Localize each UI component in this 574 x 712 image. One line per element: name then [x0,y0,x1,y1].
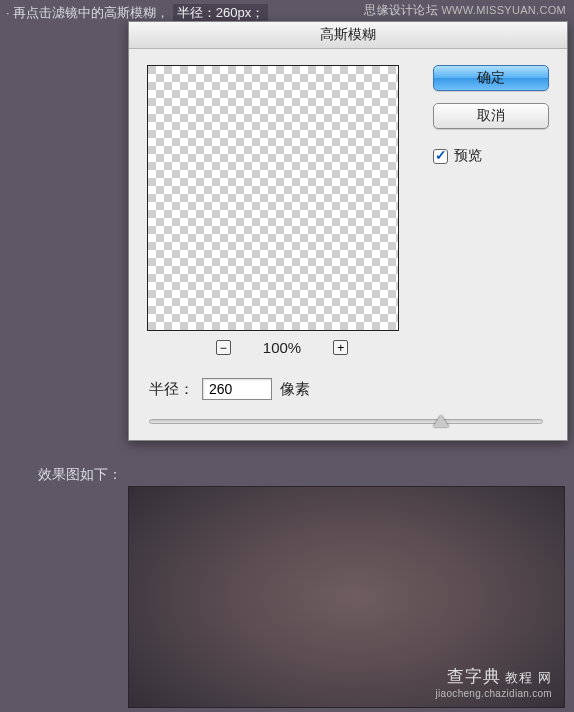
instruction-prefix: · 再点击滤镜中的高斯模糊， [6,5,169,20]
radius-input[interactable] [202,378,272,400]
zoom-out-button[interactable]: − [216,340,231,355]
watermark-brand-main: 查字典 [447,667,501,686]
minus-icon: − [220,342,227,354]
dialog-body: − 100% + 确定 取消 预览 [129,49,567,366]
plus-icon: + [337,342,344,354]
slider-rail [149,419,543,424]
zoom-controls: − 100% + [147,339,417,356]
gaussian-blur-dialog: 高斯模糊 − 100% + 确定 取消 预览 半径： 像素 [128,21,568,441]
radius-label: 半径： [149,380,194,399]
watermark-top-cn: 思缘设计论坛 [364,3,438,17]
cancel-button[interactable]: 取消 [433,103,549,129]
result-image: 查字典教程 网 jiaocheng.chazidian.com [128,486,565,708]
preview-canvas[interactable] [147,65,399,331]
radius-unit: 像素 [280,380,310,399]
preview-checkbox-row[interactable]: 预览 [433,147,549,165]
watermark-bottom: 查字典教程 网 jiaocheng.chazidian.com [436,665,552,699]
dialog-title: 高斯模糊 [129,22,567,49]
watermark-top-url: WWW.MISSYUAN.COM [441,4,566,16]
zoom-percent: 100% [263,339,301,356]
preview-checkbox-label: 预览 [454,147,482,165]
instruction-radius: 半径：260px； [173,4,268,21]
watermark-brand: 查字典教程 网 [436,665,552,688]
slider-thumb[interactable] [433,415,449,427]
instruction-text: · 再点击滤镜中的高斯模糊， 半径：260px； [6,4,268,22]
watermark-brand-sub: 教程 网 [505,670,552,685]
radius-row: 半径： 像素 [149,378,310,400]
watermark-bottom-url: jiaocheng.chazidian.com [436,688,552,699]
watermark-top: 思缘设计论坛 WWW.MISSYUAN.COM [364,2,566,19]
ok-button[interactable]: 确定 [433,65,549,91]
button-column: 确定 取消 预览 [433,65,549,356]
radius-slider[interactable] [149,416,543,426]
zoom-in-button[interactable]: + [333,340,348,355]
preview-checkbox[interactable] [433,149,448,164]
result-label: 效果图如下： [38,466,122,484]
preview-column: − 100% + [147,65,417,356]
